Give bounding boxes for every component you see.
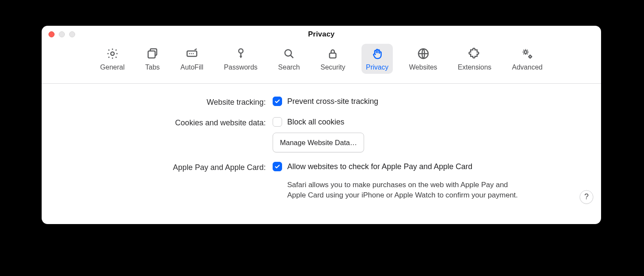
privacy-panel: Website tracking: Prevent cross-site tra… [42,84,601,210]
tab-websites[interactable]: Websites [405,44,442,74]
hand-icon [370,46,385,61]
svg-point-3 [189,53,190,55]
preferences-window: Privacy General Tabs AutoFill [42,26,601,224]
puzzle-icon [467,46,482,61]
tab-label: Websites [409,64,437,71]
tab-label: Extensions [458,64,491,71]
website-tracking-row: Website tracking: Prevent cross-site tra… [55,97,588,108]
apple-pay-row: Apple Pay and Apple Card: Allow websites… [55,162,588,200]
key-icon [234,46,248,61]
help-button[interactable]: ? [580,190,593,204]
apple-pay-description: Safari allows you to make purchases on t… [287,180,528,200]
tab-tabs[interactable]: Tabs [141,44,164,74]
manage-website-data-button[interactable]: Manage Website Data… [273,133,364,152]
tab-passwords[interactable]: Passwords [220,44,262,74]
gear-icon [105,46,120,61]
cookies-row: Cookies and website data: Block all cook… [55,117,588,152]
tab-advanced[interactable]: Advanced [508,44,547,74]
lock-icon [325,46,340,61]
tab-general[interactable]: General [96,44,129,74]
prevent-cross-site-tracking-checkbox[interactable] [273,97,282,106]
prevent-cross-site-tracking-option[interactable]: Prevent cross-site tracking [273,97,588,106]
svg-point-10 [524,51,527,54]
svg-point-6 [239,49,243,53]
window-controls [49,31,75,37]
tab-label: Passwords [224,64,258,71]
window-title: Privacy [308,30,335,39]
svg-point-5 [193,53,194,55]
tab-privacy[interactable]: Privacy [361,44,392,74]
tab-label: AutoFill [180,64,203,71]
svg-point-7 [285,50,292,56]
titlebar: Privacy [42,26,601,43]
tab-search[interactable]: Search [274,44,304,74]
search-icon [282,46,296,61]
gears-icon [520,46,535,61]
option-text: Block all cookies [287,118,344,127]
svg-rect-8 [330,53,336,58]
allow-apple-pay-checkbox[interactable] [273,162,282,171]
tab-label: Privacy [366,64,388,71]
preferences-toolbar: General Tabs AutoFill Passwords [42,43,601,84]
tab-autofill[interactable]: AutoFill [176,44,207,74]
globe-icon [416,46,431,61]
option-text: Allow websites to check for Apple Pay an… [287,162,472,171]
allow-apple-pay-check-option[interactable]: Allow websites to check for Apple Pay an… [273,162,588,171]
tab-label: Search [278,64,300,71]
block-all-cookies-checkbox[interactable] [273,117,282,127]
autofill-icon [185,46,199,61]
tabs-icon [145,46,160,61]
website-tracking-label: Website tracking: [55,97,266,108]
tab-security[interactable]: Security [316,44,350,74]
svg-point-4 [191,53,192,55]
svg-rect-1 [148,51,155,58]
tab-label: General [100,64,125,71]
window-close-button[interactable] [49,31,55,37]
apple-pay-label: Apple Pay and Apple Card: [55,162,266,173]
cookies-label: Cookies and website data: [55,117,266,128]
window-minimize-button[interactable] [59,31,65,37]
svg-point-0 [111,52,114,55]
tab-label: Security [321,64,346,71]
tab-label: Advanced [512,64,543,71]
tab-extensions[interactable]: Extensions [453,44,495,74]
block-all-cookies-option[interactable]: Block all cookies [273,117,588,127]
window-zoom-button[interactable] [69,31,75,37]
tab-label: Tabs [145,64,160,71]
svg-point-11 [529,55,532,58]
option-text: Prevent cross-site tracking [287,97,378,106]
